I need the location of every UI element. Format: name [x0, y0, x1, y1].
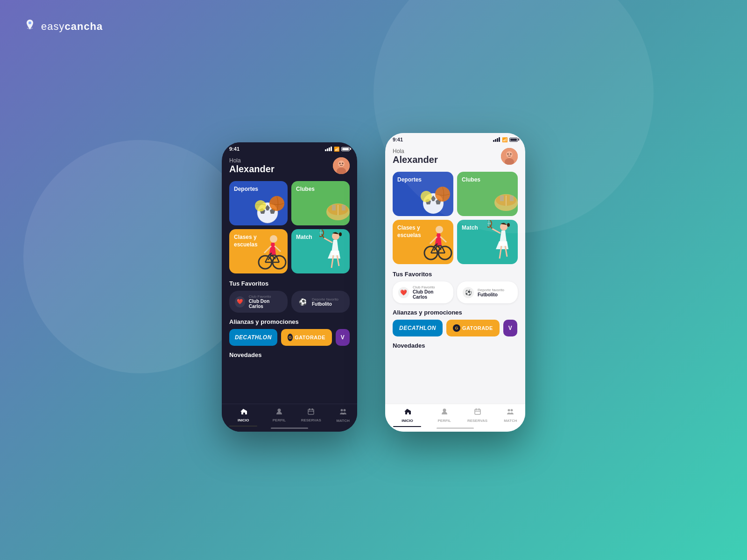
status-bar-light: 9:41 📶 — [385, 133, 525, 146]
fav-club-dark[interactable]: ❤️ Club Favorito Club Don Carlos — [229, 291, 288, 313]
svg-rect-15 — [332, 205, 336, 210]
fav-club-label-light: Club Favorito — [413, 285, 448, 289]
extra-card-dark[interactable]: V — [336, 329, 350, 346]
nav-inicio-underline — [229, 426, 257, 427]
card-match-dark[interactable]: Match — [291, 229, 350, 273]
nav-inicio-dark[interactable]: INICIO — [229, 408, 257, 427]
alianzas-title-light: Alianzas y promociones — [393, 309, 518, 316]
extra-text-dark: V — [341, 334, 345, 341]
svg-point-27 — [277, 409, 281, 412]
svg-point-33 — [343, 409, 345, 412]
decathlon-card-dark[interactable]: DECATHLON — [229, 329, 277, 346]
fav-club-value-light: Club Don Carlos — [413, 289, 448, 300]
name-dark: Alexander — [229, 164, 275, 175]
nav-perfil-icon-light — [441, 408, 448, 417]
signal-icon — [325, 147, 332, 151]
nav-reservas-light[interactable]: RESERVAS — [467, 408, 487, 423]
card-match-light[interactable]: Match — [457, 220, 518, 264]
svg-point-4 — [339, 163, 341, 164]
fav-club-light[interactable]: ❤️ Club Favorito Club Don Carlos — [393, 281, 453, 303]
tennis-court-icon — [312, 191, 350, 225]
nav-perfil-label-light: PERFIL — [437, 419, 451, 423]
category-grid-light: Deportes — [393, 172, 518, 264]
time-dark: 9:41 — [229, 146, 240, 152]
soccer-icon: ⚽ — [297, 296, 308, 308]
nav-perfil-light[interactable]: PERFIL — [437, 408, 451, 423]
nav-inicio-light[interactable]: INICIO — [393, 408, 421, 427]
nav-match-dark[interactable]: MATCH — [336, 408, 349, 423]
nav-match-light[interactable]: MATCH — [504, 408, 517, 423]
avatar-light[interactable] — [501, 148, 518, 165]
svg-point-44 — [421, 191, 432, 202]
signal-icon-light — [493, 137, 500, 142]
card-clases-light[interactable]: Clases y escuelas — [393, 220, 453, 264]
gatorade-card-light[interactable]: G GATORADE — [446, 320, 500, 336]
card-deportes-light[interactable]: Deportes — [393, 172, 453, 216]
nav-perfil-label-dark: PERFIL — [273, 418, 286, 422]
decathlon-card-light[interactable]: DECATHLON — [393, 320, 443, 336]
card-clases-dark[interactable]: Clases y escuelas — [229, 229, 288, 273]
nav-perfil-dark[interactable]: PERFIL — [273, 408, 286, 422]
nav-perfil-icon-dark — [275, 408, 283, 417]
nav-match-icon-light — [507, 408, 514, 417]
nav-inicio-label-dark: INICIO — [238, 418, 249, 422]
fav-sport-value-dark: Futbolito — [312, 301, 338, 307]
logo: easycancha — [23, 19, 103, 35]
home-indicator-light — [437, 427, 474, 429]
nav-reservas-icon-light — [474, 408, 481, 417]
svg-point-64 — [508, 409, 510, 412]
favoritos-grid-dark: ❤️ Club Favorito Club Don Carlos ⚽ Depor… — [229, 291, 350, 313]
svg-rect-47 — [500, 196, 504, 201]
fav-sport-dark[interactable]: ⚽ Deporte favorito Futbolito — [291, 291, 350, 313]
sport-balls-icon — [251, 192, 288, 225]
heart-icon: ❤️ — [235, 296, 245, 308]
phone-light-content: Hola Alexander — [385, 146, 525, 421]
svg-point-34 — [501, 148, 518, 165]
header-dark: Hola Alexander — [229, 155, 350, 175]
nav-inicio-label-light: INICIO — [402, 419, 413, 423]
gatorade-card-dark[interactable]: G GATORADE — [281, 329, 332, 346]
phone-dark-content: Hola Alexander — [222, 155, 357, 421]
favoritos-grid-light: ❤️ Club Favorito Club Don Carlos ⚽ Depor… — [393, 281, 518, 303]
card-deportes-dark[interactable]: Deportes — [229, 181, 288, 225]
phones-container: 9:41 📶 Hola Alexander — [0, 0, 747, 560]
greeting-section-dark: Hola Alexander — [229, 157, 275, 175]
fav-club-value-dark: Club Don Carlos — [249, 299, 282, 309]
status-icons-light: 📶 — [493, 137, 518, 142]
card-clubes-dark[interactable]: Clubes — [291, 181, 350, 225]
logo-icon — [23, 19, 36, 35]
nav-reservas-icon-dark — [307, 408, 315, 417]
svg-point-46 — [496, 195, 516, 206]
nav-reservas-label-light: RESERVAS — [467, 419, 487, 423]
nav-reservas-dark[interactable]: RESERVAS — [301, 408, 321, 422]
home-indicator-dark — [271, 427, 308, 429]
nav-match-label-dark: MATCH — [336, 419, 349, 423]
deportes-label-dark: Deportes — [234, 186, 283, 193]
svg-point-2 — [338, 161, 345, 167]
decathlon-text-light: DECATHLON — [399, 325, 436, 331]
soccer-icon-light: ⚽ — [463, 287, 474, 298]
alianzas-row-dark: DECATHLON G GATORADE V — [229, 329, 350, 346]
gatorade-text-light: GATORADE — [462, 325, 493, 331]
extra-text-light: V — [508, 325, 513, 331]
fav-sport-light[interactable]: ⚽ Deporte favorito Futbolito — [457, 281, 518, 303]
novedades-title-light: Novedades — [393, 342, 518, 349]
svg-point-35 — [506, 151, 513, 158]
deportes-label-light: Deportes — [397, 176, 449, 184]
nav-inicio-icon-dark — [240, 408, 247, 417]
card-clubes-light[interactable]: Clubes — [457, 172, 518, 216]
novedades-title-dark: Novedades — [229, 351, 350, 358]
avatar-dark[interactable] — [333, 157, 350, 174]
clases-label-dark: Clases y escuelas — [234, 234, 283, 248]
greeting-section-light: Hola Alexander — [393, 148, 438, 165]
svg-point-0 — [28, 21, 31, 24]
clases-label-light: Clases y escuelas — [397, 224, 449, 239]
greeting-dark: Hola — [229, 157, 275, 164]
fav-sport-label-dark: Deporte favorito — [312, 297, 338, 301]
extra-card-light[interactable]: V — [503, 320, 517, 336]
gatorade-text-dark: GATORADE — [295, 335, 325, 340]
status-icons-dark: 📶 — [325, 147, 350, 152]
heart-icon-light: ❤️ — [398, 287, 409, 298]
fav-club-label-dark: Club Favorito — [249, 294, 282, 299]
svg-marker-40 — [431, 196, 436, 201]
